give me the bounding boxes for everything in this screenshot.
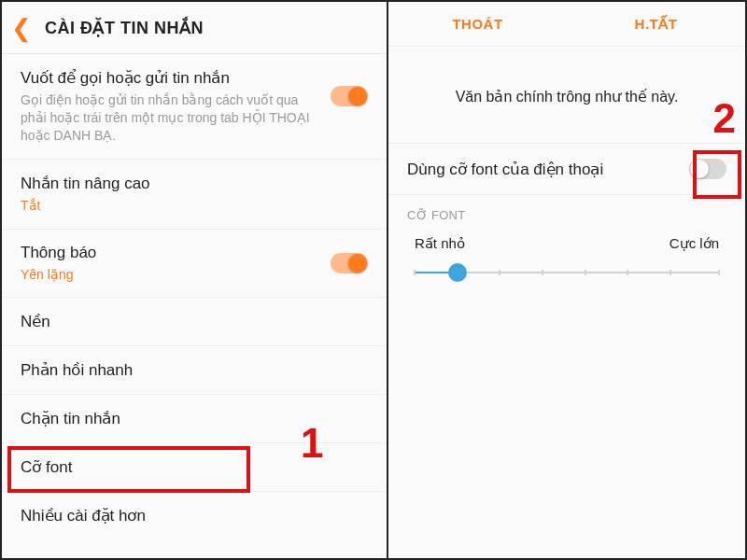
done-button[interactable]: H.TẤT bbox=[567, 2, 745, 46]
item-title: Thông báo bbox=[21, 244, 321, 262]
font-size-slider[interactable] bbox=[415, 261, 719, 284]
section-label: CỠ FONT bbox=[388, 195, 745, 228]
slider-thumb[interactable] bbox=[448, 263, 467, 282]
toggle-switch[interactable] bbox=[689, 159, 726, 179]
item-subtitle: Yên lặng bbox=[21, 266, 321, 284]
header: THOÁT H.TẤT bbox=[388, 2, 745, 47]
font-size-screen: THOÁT H.TẤT Văn bản chính trông như thế … bbox=[388, 2, 745, 558]
font-preview-text: Văn bản chính trông như thế này. bbox=[388, 47, 745, 143]
item-subtitle: Gọi điện hoặc gửi tin nhắn bằng cách vuố… bbox=[21, 91, 321, 145]
item-title: Nền bbox=[21, 312, 368, 331]
item-title: Cỡ font bbox=[21, 457, 368, 477]
exit-button[interactable]: THOÁT bbox=[388, 2, 567, 46]
setting-background[interactable]: Nền bbox=[2, 298, 387, 346]
setting-quick-reply[interactable]: Phản hồi nhanh bbox=[2, 346, 387, 395]
row-label: Dùng cỡ font của điện thoại bbox=[407, 160, 603, 179]
toggle-switch[interactable] bbox=[331, 86, 368, 106]
back-icon[interactable]: ❮ bbox=[11, 16, 32, 40]
item-title: Nhắn tin nâng cao bbox=[21, 174, 368, 193]
item-title: Phản hồi nhanh bbox=[21, 360, 368, 380]
setting-swipe-call[interactable]: Vuốt để gọi hoặc gửi tin nhắn Gọi điện h… bbox=[2, 54, 387, 160]
header: ❮ CÀI ĐẶT TIN NHẮN bbox=[2, 2, 387, 54]
item-title: Nhiều cài đặt hơn bbox=[21, 506, 368, 525]
item-title: Chặn tin nhắn bbox=[21, 409, 368, 428]
font-size-slider-area: Rất nhỏ Cực lớn bbox=[388, 228, 745, 284]
slider-max-label: Cực lớn bbox=[669, 235, 719, 252]
setting-advanced-messaging[interactable]: Nhắn tin nâng cao Tắt bbox=[2, 160, 387, 230]
slider-min-label: Rất nhỏ bbox=[415, 235, 465, 252]
setting-block-messages[interactable]: Chặn tin nhắn bbox=[2, 395, 387, 443]
page-title: CÀI ĐẶT TIN NHẮN bbox=[45, 18, 204, 38]
toggle-switch[interactable] bbox=[331, 253, 368, 273]
item-title: Vuốt để gọi hoặc gửi tin nhắn bbox=[21, 68, 321, 88]
setting-notifications[interactable]: Thông báo Yên lặng bbox=[2, 230, 387, 299]
setting-more[interactable]: Nhiều cài đặt hơn bbox=[2, 492, 387, 539]
settings-screen: ❮ CÀI ĐẶT TIN NHẮN Vuốt để gọi hoặc gửi … bbox=[2, 2, 388, 558]
item-subtitle: Tắt bbox=[21, 197, 368, 215]
use-phone-font-row[interactable]: Dùng cỡ font của điện thoại bbox=[388, 143, 745, 195]
dual-screenshot: ❮ CÀI ĐẶT TIN NHẮN Vuốt để gọi hoặc gửi … bbox=[0, 0, 747, 560]
setting-font-size[interactable]: Cỡ font bbox=[2, 443, 387, 492]
